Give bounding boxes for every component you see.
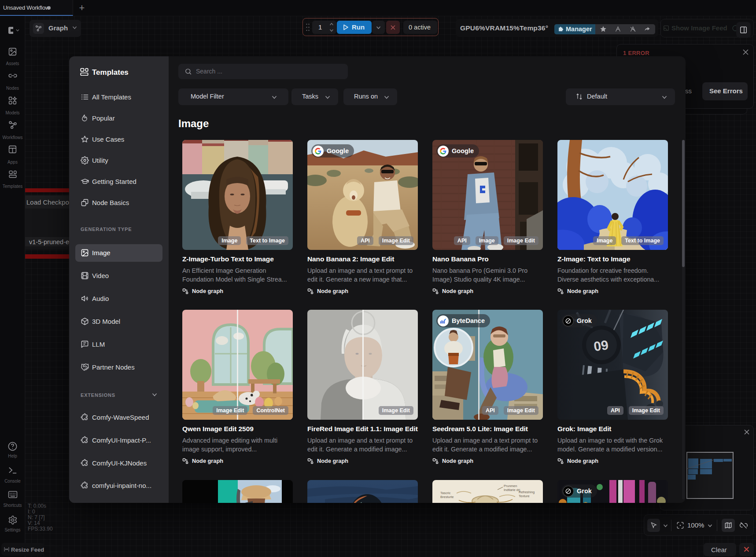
svg-text:Texture: Texture — [519, 494, 530, 498]
svg-text:Prunmen: Prunmen — [504, 484, 517, 488]
svg-text:Bresturte: Bresturte — [440, 495, 454, 499]
svg-text:Tascric: Tascric — [440, 491, 451, 495]
svg-text:Refreshing: Refreshing — [519, 490, 535, 494]
svg-text:09: 09 — [593, 337, 609, 354]
svg-text:Indtlarie drj: Indtlarie drj — [504, 488, 520, 492]
